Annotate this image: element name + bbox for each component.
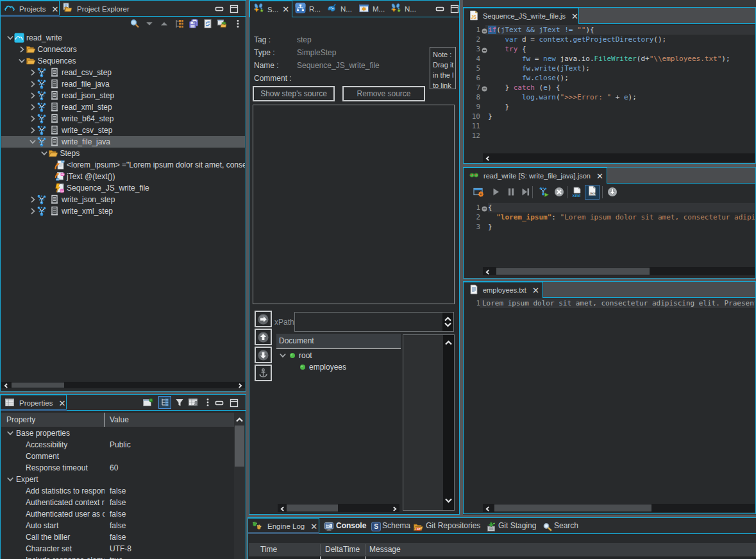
tree-item-write_file_java[interactable]: write_file_java — [1, 136, 245, 148]
property-row[interactable]: Response timeout 60 — [1, 462, 234, 474]
middle-tab-1[interactable]: R... — [292, 1, 324, 17]
txt-editor-hscrollbar[interactable] — [483, 504, 755, 512]
middle-tab-close-icon[interactable]: ✕ — [282, 5, 289, 13]
chevron-down-icon[interactable] — [5, 428, 15, 439]
tree-item-read_xml_step[interactable]: read_xml_step — [1, 101, 245, 113]
middle-tab-0[interactable]: S... ✕ — [249, 1, 292, 17]
txt-editor-code[interactable]: 1Lorem ipsum dolor sit amet, consectetur… — [464, 298, 755, 503]
bottom-tab-label[interactable]: Git Repositories — [426, 521, 480, 530]
scroll-left-icon[interactable] — [3, 382, 9, 391]
document-node-employees[interactable]: employees — [276, 361, 401, 373]
middle-minimize-button[interactable] — [435, 5, 445, 15]
tree-item-read_csv_step[interactable]: read_csv_step — [1, 67, 245, 78]
js-editor-hscrollbar[interactable] — [483, 153, 755, 162]
txt-editor-tab-close-icon[interactable]: ✕ — [532, 286, 539, 295]
bottom-tab-label[interactable]: Console — [336, 521, 366, 530]
json-editor-tab-close-icon[interactable]: ✕ — [596, 172, 603, 180]
scroll-left-icon[interactable] — [485, 268, 491, 277]
column-property[interactable]: Property — [6, 413, 35, 427]
scroll-up-icon[interactable] — [235, 415, 244, 424]
download-button[interactable] — [607, 187, 617, 199]
middle-tab-4[interactable]: N... — [388, 1, 423, 17]
chevron-down-icon[interactable] — [5, 474, 15, 485]
properties-maximize-button[interactable] — [229, 399, 239, 409]
projects-hscrollbar[interactable] — [1, 382, 245, 388]
json-editor-tab[interactable]: read_write [S: write_file_java].json ✕ — [464, 168, 607, 184]
pin-window-button[interactable] — [142, 397, 154, 409]
anchor-button[interactable] — [255, 365, 272, 381]
tree-mode-button[interactable] — [158, 396, 171, 409]
arrow-down-button[interactable] — [255, 347, 272, 363]
linkgrid-button[interactable] — [174, 19, 185, 31]
xpath-input[interactable] — [294, 312, 454, 332]
search-button[interactable] — [130, 19, 140, 31]
middle-maximize-button[interactable] — [449, 4, 460, 15]
property-row[interactable]: Accessibility Public — [1, 439, 234, 451]
projects-minimize-button[interactable] — [214, 5, 224, 15]
property-row[interactable]: Authenticated context required false — [1, 497, 234, 508]
property-row[interactable]: Call the biller false — [1, 531, 234, 543]
remove-source-button[interactable]: Remove source — [342, 86, 425, 101]
scroll-right-icon[interactable] — [392, 505, 398, 514]
js-editor-tab-close-icon[interactable]: ✕ — [571, 12, 578, 21]
property-row[interactable]: Include response element true — [1, 555, 234, 559]
scroll-left-icon[interactable] — [485, 505, 491, 514]
property-row[interactable]: Auto start false — [1, 520, 234, 531]
js-editor-code[interactable]: 1if(jText && jText != ""){2 var d = cont… — [464, 25, 755, 153]
scroll-right-icon[interactable] — [237, 382, 243, 391]
xml-doc-button[interactable]: xml — [571, 187, 582, 200]
chevron-down-icon[interactable] — [278, 350, 288, 361]
property-row[interactable]: Character set UTF-8 — [1, 543, 234, 555]
tab-properties-close-icon[interactable]: ✕ — [58, 399, 65, 408]
show-step-source-button[interactable]: Show step's source — [253, 86, 335, 101]
stop-x-button[interactable] — [554, 187, 564, 199]
middle-tab-3[interactable]: M... — [356, 1, 388, 17]
pause-button[interactable] — [506, 187, 516, 199]
txt-editor-tab[interactable]: employees.txt ✕ — [464, 282, 543, 298]
tab-engine-log-close-icon[interactable]: ✕ — [310, 522, 317, 531]
tree-item-write_csv_step[interactable]: write_csv_step — [1, 125, 245, 136]
document-hscrollbar[interactable] — [278, 504, 399, 512]
tree-item-write_xml_step[interactable]: write_xml_step — [1, 205, 245, 217]
bottom-tab-label[interactable]: Search — [554, 521, 578, 530]
play-button[interactable] — [491, 187, 501, 199]
result-scroll-down-icon[interactable] — [444, 496, 453, 505]
tree-item-lorem_ipsumLoremipsumdol[interactable]: xml<lorem_ipsum> ="Lorem ipsum dolor sit… — [1, 159, 245, 171]
xpath-spinner-down-icon[interactable] — [444, 320, 452, 329]
tree-item-Steps[interactable]: Steps — [1, 148, 245, 159]
bottom-tab-label[interactable]: Git Staging — [498, 521, 536, 530]
projects-maximize-button[interactable] — [229, 4, 239, 15]
bottom-tab-label[interactable]: Schema — [382, 521, 410, 530]
properties-minimize-button[interactable] — [214, 399, 224, 409]
tab-project-explorer[interactable]: Project Explorer — [62, 1, 178, 17]
kebab-button[interactable] — [233, 19, 243, 31]
property-row[interactable]: Add statistics to response false — [1, 485, 234, 497]
tree-item-write_b64_step[interactable]: write_b64_step — [1, 113, 245, 125]
js-editor-tab[interactable]: JS Sequence_JS_write_file.js ✕ — [464, 8, 579, 24]
tab-projects-close-icon[interactable]: ✕ — [52, 5, 59, 13]
tree-item-Sequence_JS_write_file[interactable]: jseSequence_JS_write_file — [1, 182, 245, 194]
property-row[interactable]: Base properties — [1, 427, 234, 439]
scroll-left-icon[interactable] — [280, 505, 285, 514]
tree-item-Sequences[interactable]: Sequences — [1, 55, 245, 67]
table-arrow-button[interactable] — [188, 397, 199, 409]
collapse-down-button[interactable] — [144, 19, 155, 31]
refresh-button[interactable] — [203, 19, 213, 31]
property-row[interactable]: Authenticated user as cache key false — [1, 508, 234, 520]
tree-item-jTexttext[interactable]: abctextjText @(text()) — [1, 171, 245, 182]
tree-item-read_file_java[interactable]: read_file_java — [1, 78, 245, 90]
column-value[interactable]: Value — [110, 413, 129, 427]
tree-item-write_json_step[interactable]: write_json_step — [1, 194, 245, 205]
middle-tab-2[interactable]: N... — [324, 1, 356, 17]
property-row[interactable]: Comment — [1, 451, 234, 462]
json-editor-code[interactable]: 1{2 "lorem_ipsum": "Lorem ipsum dolor si… — [464, 203, 755, 268]
tree-item-Connectors[interactable]: Connectors — [1, 44, 245, 55]
seq-play-button[interactable] — [539, 187, 550, 200]
tree-item-read_json_step[interactable]: read_json_step — [1, 90, 245, 101]
arrow-up-button[interactable] — [255, 329, 272, 345]
win-gear-button[interactable] — [473, 187, 485, 200]
json-editor-hscrollbar[interactable] — [483, 267, 755, 275]
filter-button[interactable] — [174, 397, 185, 409]
properties-vscrollbar[interactable] — [234, 413, 245, 559]
column-time[interactable]: Time — [260, 543, 277, 556]
